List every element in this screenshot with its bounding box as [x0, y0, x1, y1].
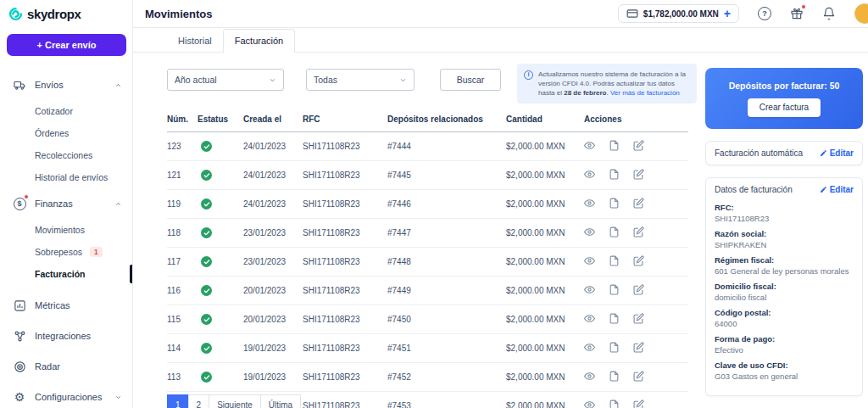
view-icon[interactable] — [584, 400, 595, 408]
integrations-nodes-icon — [13, 329, 26, 343]
row-actions — [584, 305, 688, 334]
billing-field-value: SHIPKRAKEN — [715, 240, 854, 250]
pencil-icon — [820, 186, 827, 193]
edit-icon[interactable] — [633, 255, 644, 266]
download-document-icon[interactable] — [609, 226, 620, 238]
row-amount: $2,000.00 MXN — [506, 392, 584, 408]
sidebar-item-integraciones[interactable]: Integraciones — [0, 321, 132, 351]
download-document-icon[interactable] — [609, 342, 620, 353]
row-rfc: SHI171108R23 — [303, 161, 387, 190]
download-document-icon[interactable] — [609, 313, 620, 324]
sidebar-item-envios[interactable]: Envíos — [0, 70, 132, 100]
billing-field: Razón social:SHIPKRAKEN — [715, 229, 854, 250]
view-icon[interactable] — [584, 284, 595, 295]
row-actions — [584, 334, 688, 363]
edit-icon[interactable] — [633, 198, 644, 209]
sidebar-item-configuraciones[interactable]: ⚙ Configuraciones — [0, 382, 132, 408]
download-document-icon[interactable] — [609, 169, 620, 180]
main-content: Historial Facturación Año actual Todas B… — [133, 28, 868, 408]
edit-billing-data-link[interactable]: Editar — [820, 185, 854, 194]
pagination-item[interactable]: 2 — [188, 394, 210, 408]
col-rfc: RFC — [303, 109, 387, 132]
auto-billing-card: Facturación automática Editar — [705, 141, 863, 165]
sidebar-item-movimientos[interactable]: Movimientos — [0, 219, 132, 241]
sidebar-item-facturacion[interactable]: Facturación — [0, 263, 132, 285]
sidebar-item-radar[interactable]: Radar — [0, 351, 132, 382]
row-num: 119 — [167, 190, 198, 219]
row-num: 123 — [167, 132, 198, 161]
row-num: 121 — [167, 161, 198, 190]
download-document-icon[interactable] — [609, 371, 620, 382]
truck-icon — [13, 78, 26, 92]
pagination-item[interactable]: Última — [260, 394, 301, 408]
download-document-icon[interactable] — [609, 284, 620, 295]
sidebar-item-label: Envíos — [35, 80, 64, 90]
brand-name: skydropx — [27, 7, 81, 21]
notice-link[interactable]: Ver más de facturación — [610, 89, 680, 97]
sidebar-item-label: Finanzas — [35, 198, 73, 209]
sidebar-item-ordenes[interactable]: Órdenes — [0, 122, 132, 144]
year-select[interactable]: Año actual — [167, 69, 284, 91]
edit-icon[interactable] — [633, 284, 644, 295]
info-icon: i — [524, 70, 533, 80]
row-amount: $2,000.00 MXN — [506, 305, 584, 334]
gift-icon[interactable] — [790, 7, 804, 20]
edit-auto-billing-link[interactable]: Editar — [820, 148, 854, 158]
tab-facturacion[interactable]: Facturación — [223, 29, 295, 53]
table-row: 12124/01/2023SHI171108R23#7445$2,000.00 … — [167, 161, 688, 190]
sidebar-item-historial-envios[interactable]: Historial de envíos — [0, 166, 132, 188]
view-icon[interactable] — [584, 342, 595, 353]
edit-icon[interactable] — [633, 342, 644, 353]
download-document-icon[interactable] — [609, 255, 620, 266]
bell-icon[interactable] — [822, 7, 836, 20]
chevron-up-icon — [114, 200, 122, 208]
topbar: Movimientos $1,782,000.00 MXN + ? — [133, 0, 868, 28]
edit-icon[interactable] — [633, 313, 644, 324]
view-icon[interactable] — [584, 140, 595, 151]
row-date: 23/01/2023 — [243, 248, 303, 277]
view-icon[interactable] — [584, 255, 595, 266]
view-icon[interactable] — [584, 313, 595, 324]
search-button[interactable]: Buscar — [440, 69, 501, 91]
help-icon[interactable]: ? — [758, 7, 771, 20]
col-estatus: Estatus — [198, 109, 243, 132]
sidebar-item-recolecciones[interactable]: Recolecciones — [0, 144, 132, 166]
edit-icon[interactable] — [633, 140, 644, 151]
download-document-icon[interactable] — [609, 198, 620, 209]
row-status — [198, 334, 243, 363]
row-rfc: SHI171108R23 — [303, 392, 387, 408]
edit-icon[interactable] — [633, 400, 644, 408]
add-funds-button[interactable]: + — [724, 9, 731, 18]
edit-icon[interactable] — [633, 226, 644, 238]
download-document-icon[interactable] — [609, 400, 620, 408]
view-icon[interactable] — [584, 198, 595, 209]
row-amount: $2,000.00 MXN — [506, 248, 584, 277]
view-icon[interactable] — [584, 169, 595, 180]
sidebar-item-sobrepesos[interactable]: Sobrepesos 1 — [0, 241, 132, 263]
brand-logo[interactable]: skydropx — [0, 0, 132, 28]
view-icon[interactable] — [584, 226, 595, 238]
sidebar-item-finanzas[interactable]: $ Finanzas — [0, 188, 132, 219]
download-document-icon[interactable] — [609, 140, 620, 151]
row-deposit: #7445 — [387, 161, 506, 190]
row-rfc: SHI171108R23 — [303, 277, 387, 305]
sidebar-item-cotizador[interactable]: Cotizador — [0, 100, 132, 122]
balance-chip[interactable]: $1,782,000.00 MXN + — [618, 4, 739, 23]
billing-field-value: 64000 — [715, 319, 854, 329]
billing-field-value: 601 General de ley personas morales — [715, 266, 854, 277]
billing-field: Domicilio fiscal:domicilio fiscal — [715, 282, 854, 303]
status-select[interactable]: Todas — [306, 69, 415, 91]
user-avatar[interactable] — [854, 3, 868, 24]
pagination-item[interactable]: 1 — [167, 394, 189, 408]
sidebar-item-metricas[interactable]: Métricas — [0, 290, 132, 321]
edit-icon[interactable] — [633, 169, 644, 180]
edit-icon[interactable] — [633, 371, 644, 382]
view-icon[interactable] — [584, 371, 595, 382]
row-date: 24/01/2023 — [243, 132, 303, 161]
pagination-item[interactable]: Siguiente — [209, 394, 261, 408]
create-shipment-button[interactable]: + Crear envío — [7, 34, 126, 56]
radar-icon — [13, 360, 26, 373]
create-invoice-button[interactable]: Crear factura — [748, 98, 821, 117]
tab-historial[interactable]: Historial — [167, 30, 223, 52]
table-row: 11419/01/2023SHI171108R23#7451$2,000.00 … — [167, 334, 688, 363]
